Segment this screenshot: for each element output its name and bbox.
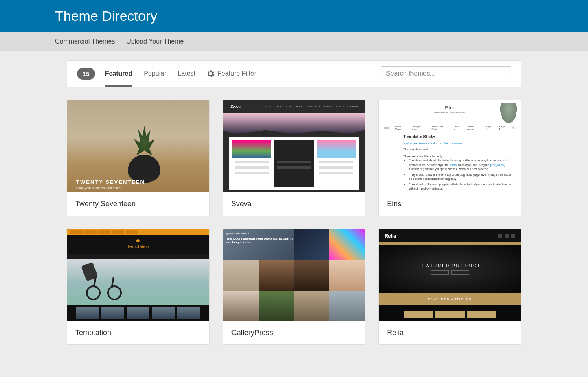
theme-name: Sveva [223,192,365,216]
thumb-brand: Relia [384,233,396,239]
header: Theme Directory [0,0,588,32]
feature-filter-button[interactable]: Feature Filter [207,70,256,77]
theme-thumbnail: EinsJust another WordPress site BlogFron… [379,100,521,192]
theme-card-temptation[interactable]: ✹Temptation Temptation [67,229,210,345]
page-title: Theme Directory [55,8,157,24]
thumb-hero-text: FEATURED PRODUCT [419,264,481,268]
theme-thumbnail: Relia FEATURED PRODUCT FEATURED ARTICLES [379,229,521,321]
filter-bar: 15 Featured Popular Latest Feature Filte… [67,60,521,87]
thumb-title: Eins [379,105,521,111]
theme-name: Relia [379,321,521,344]
feature-filter-label: Feature Filter [217,70,256,77]
search-wrap [381,66,511,81]
theme-card-eins[interactable]: EinsJust another WordPress site BlogFron… [378,100,521,216]
sub-nav: Commercial Themes Upload Your Theme [0,32,588,51]
theme-count-badge: 15 [77,68,95,80]
thumb-articles-text: FEATURED ARTICLES [379,293,521,305]
theme-card-sveva[interactable]: SvevaHOMESHOPSTAFFBLOGTEMPLATESCONTACT F… [223,100,366,216]
theme-name: Eins [379,192,521,216]
gear-icon [207,70,214,77]
tab-latest[interactable]: Latest [178,61,195,87]
thumb-brand: GALLERYPRESS [229,232,249,235]
nav-commercial-themes[interactable]: Commercial Themes [55,38,115,45]
thumb-brand: Sveva [230,105,241,109]
theme-card-relia[interactable]: Relia FEATURED PRODUCT FEATURED ARTICLES… [378,229,521,345]
theme-thumbnail: TWENTY SEVENTEEN Bring your business ide… [67,100,209,192]
tab-popular[interactable]: Popular [144,61,166,87]
thumb-brand: Temptation [67,244,209,249]
thumb-sub: Bring your business idea to life [76,186,121,190]
theme-grid: TWENTY SEVENTEEN Bring your business ide… [67,100,521,361]
theme-card-gallerypress[interactable]: ▦ GALLERYPRESSThe Cool Waterfall from De… [223,229,366,345]
thumb-tagline: Just another WordPress site [379,111,521,114]
nav-upload-theme[interactable]: Upload Your Theme [126,38,184,45]
theme-card-twenty-seventeen[interactable]: TWENTY SEVENTEEN Bring your business ide… [67,100,210,216]
tab-featured[interactable]: Featured [105,61,133,87]
theme-name: GalleryPress [223,321,365,344]
thumb-hero-line: The Cool Waterfall from Devonavilla Duri… [226,237,294,244]
theme-name: Twenty Seventeen [67,192,209,216]
thumb-label: TWENTY SEVENTEEN [76,179,145,185]
theme-name: Temptation [67,321,209,344]
theme-thumbnail: ✹Temptation [67,229,209,321]
theme-thumbnail: ▦ GALLERYPRESSThe Cool Waterfall from De… [223,229,365,321]
search-input[interactable] [381,66,511,81]
theme-thumbnail: SvevaHOMESHOPSTAFFBLOGTEMPLATESCONTACT F… [223,100,365,192]
main-container: 15 Featured Popular Latest Feature Filte… [67,60,521,361]
thumb-post-title: Template: Sticky [403,134,513,140]
filter-tabs: Featured Popular Latest Feature Filter [105,61,256,87]
